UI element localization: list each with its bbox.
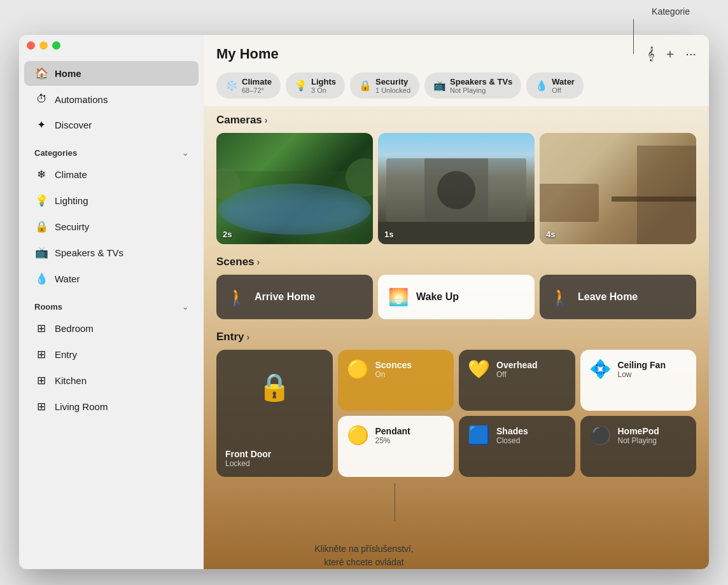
sidebar: 🏠 Home ⏱ Automations ✦ Discover Categori… bbox=[19, 35, 204, 569]
sidebar-label-entry: Entry bbox=[55, 349, 77, 360]
svg-rect-10 bbox=[637, 146, 696, 244]
scene-wake-up[interactable]: 🌅 Wake Up bbox=[378, 275, 535, 319]
overhead-icon: 💛 bbox=[468, 359, 490, 380]
device-sconces[interactable]: 🟡 Sconces On bbox=[338, 350, 454, 411]
sidebar-item-security[interactable]: 🔒 Secuirty bbox=[24, 214, 199, 239]
device-pendant[interactable]: 🟡 Pendant 25% bbox=[338, 416, 454, 477]
camera-2-preview bbox=[378, 133, 535, 244]
scenes-header[interactable]: Scenes › bbox=[216, 256, 696, 268]
wake-up-icon: 🌅 bbox=[388, 287, 409, 307]
sidebar-item-discover[interactable]: ✦ Discover bbox=[24, 113, 199, 137]
pill-security-sub: 1 Unlocked bbox=[375, 86, 410, 94]
cameras-grid: 2s 1s bbox=[216, 133, 696, 244]
waveform-button[interactable]: 𝄞 bbox=[647, 46, 655, 61]
annotation-line-top bbox=[633, 19, 634, 54]
camera-3[interactable]: 4s bbox=[540, 133, 696, 244]
cameras-chevron-icon: › bbox=[265, 115, 268, 125]
pendant-name: Pendant bbox=[375, 426, 410, 436]
device-homepod[interactable]: ⚫ HomePod Not Playing bbox=[580, 416, 697, 477]
sidebar-item-home[interactable]: 🏠 Home bbox=[24, 61, 199, 86]
sidebar-item-climate[interactable]: ❄ Climate bbox=[24, 162, 199, 187]
sidebar-label-discover: Discover bbox=[55, 120, 92, 130]
leave-home-icon: 🚶 bbox=[550, 287, 570, 307]
sidebar-item-lighting[interactable]: 💡 Lighting bbox=[24, 188, 199, 213]
categories-label: Categories bbox=[34, 148, 77, 158]
sidebar-item-entry[interactable]: ⊞ Entry bbox=[24, 342, 199, 367]
camera-3-timestamp: 4s bbox=[546, 230, 555, 239]
shades-icon: 🟦 bbox=[468, 425, 490, 446]
main-content: My Home 𝄞 ＋ ··· ❄️ Climate 68–72° 💡 Ligh… bbox=[204, 35, 709, 569]
pill-water[interactable]: 💧 Water Off bbox=[526, 72, 584, 99]
svg-point-7 bbox=[437, 171, 475, 209]
annotation-bottom: Klikněte na příslušenství, které chcete … bbox=[314, 542, 414, 569]
add-button[interactable]: ＋ bbox=[664, 45, 676, 62]
pill-speakers-label: Speakers & TVs bbox=[450, 77, 512, 86]
topbar-actions: 𝄞 ＋ ··· bbox=[647, 45, 696, 62]
camera-1-timestamp: 2s bbox=[223, 230, 232, 239]
annotation-line-bottom bbox=[395, 483, 395, 521]
sidebar-item-speakers[interactable]: 📺 Speakers & TVs bbox=[24, 240, 199, 265]
camera-2[interactable]: 1s bbox=[378, 133, 535, 244]
bedroom-icon: ⊞ bbox=[34, 322, 48, 335]
discover-icon: ✦ bbox=[34, 118, 48, 132]
pill-climate-icon: ❄️ bbox=[225, 79, 238, 92]
sidebar-label-climate: Climate bbox=[55, 169, 87, 180]
svg-rect-11 bbox=[612, 196, 696, 202]
maximize-button[interactable] bbox=[52, 41, 60, 50]
camera-2-timestamp: 1s bbox=[384, 230, 393, 239]
scene-leave-home[interactable]: 🚶 Leave Home bbox=[540, 275, 696, 319]
sidebar-item-water[interactable]: 💧 Water bbox=[24, 266, 199, 291]
content-area: Cameras › 2s bbox=[204, 106, 709, 485]
scene-wake-up-label: Wake Up bbox=[416, 291, 459, 303]
homepod-status: Not Playing bbox=[618, 436, 659, 445]
scene-arrive-home[interactable]: 🚶 Arrive Home bbox=[216, 275, 373, 319]
device-ceiling-fan[interactable]: 💠 Ceiling Fan Low bbox=[580, 350, 697, 411]
sidebar-label-kitchen: Kitchen bbox=[55, 375, 87, 386]
svg-rect-9 bbox=[540, 184, 599, 222]
cameras-title: Cameras bbox=[216, 114, 262, 127]
categories-header[interactable]: Categories ⌄ bbox=[19, 138, 204, 162]
device-overhead[interactable]: 💛 Overhead Off bbox=[459, 350, 575, 411]
device-shades[interactable]: 🟦 Shades Closed bbox=[459, 416, 575, 477]
front-door-name: Front Door bbox=[225, 449, 324, 459]
device-front-door[interactable]: 🔒 Front Door Locked bbox=[216, 350, 333, 477]
sidebar-label-lighting: Lighting bbox=[55, 195, 88, 206]
pill-climate[interactable]: ❄️ Climate 68–72° bbox=[216, 72, 281, 99]
camera-1[interactable]: 2s bbox=[216, 133, 373, 244]
pill-speakers[interactable]: 📺 Speakers & TVs Not Playing bbox=[424, 72, 521, 99]
living-room-icon: ⊞ bbox=[34, 400, 48, 413]
sconces-status: On bbox=[375, 370, 412, 379]
svg-rect-6 bbox=[378, 222, 535, 244]
homepod-name: HomePod bbox=[618, 426, 659, 436]
page-title: My Home bbox=[216, 46, 279, 62]
entry-grid: 🔒 Front Door Locked 🟡 Sconces On bbox=[216, 350, 696, 477]
arrive-home-icon: 🚶 bbox=[227, 287, 247, 307]
annotation-bottom-line2: které chcete ovládat bbox=[324, 557, 403, 567]
close-button[interactable] bbox=[27, 41, 35, 50]
water-icon: 💧 bbox=[34, 272, 48, 286]
ceiling-fan-name: Ceiling Fan bbox=[618, 360, 666, 370]
sidebar-item-automations[interactable]: ⏱ Automations bbox=[24, 87, 199, 111]
sidebar-item-kitchen[interactable]: ⊞ Kitchen bbox=[24, 368, 199, 393]
overhead-name: Overhead bbox=[496, 360, 538, 370]
sidebar-item-bedroom[interactable]: ⊞ Bedroom bbox=[24, 316, 199, 341]
shades-name: Shades bbox=[496, 426, 528, 436]
pill-lights-sub: 3 On bbox=[311, 86, 336, 94]
speakers-icon: 📺 bbox=[34, 246, 48, 259]
sidebar-label-home: Home bbox=[55, 68, 81, 79]
more-button[interactable]: ··· bbox=[685, 46, 696, 61]
climate-icon: ❄ bbox=[34, 168, 48, 181]
sidebar-label-bedroom: Bedroom bbox=[55, 323, 94, 334]
cameras-header[interactable]: Cameras › bbox=[216, 114, 696, 127]
pill-security[interactable]: 🔒 Security 1 Unlocked bbox=[350, 72, 419, 99]
entry-header[interactable]: Entry › bbox=[216, 331, 696, 343]
pill-speakers-icon: 📺 bbox=[433, 79, 446, 92]
rooms-header[interactable]: Rooms ⌄ bbox=[19, 292, 204, 315]
sidebar-item-living-room[interactable]: ⊞ Living Room bbox=[24, 394, 199, 419]
sconces-icon: 🟡 bbox=[347, 359, 369, 380]
sidebar-label-living-room: Living Room bbox=[55, 401, 108, 412]
pill-lights[interactable]: 💡 Lights 3 On bbox=[286, 72, 345, 99]
sidebar-label-security: Secuirty bbox=[55, 221, 89, 232]
minimize-button[interactable] bbox=[39, 41, 48, 50]
sidebar-label-automations: Automations bbox=[55, 94, 108, 105]
